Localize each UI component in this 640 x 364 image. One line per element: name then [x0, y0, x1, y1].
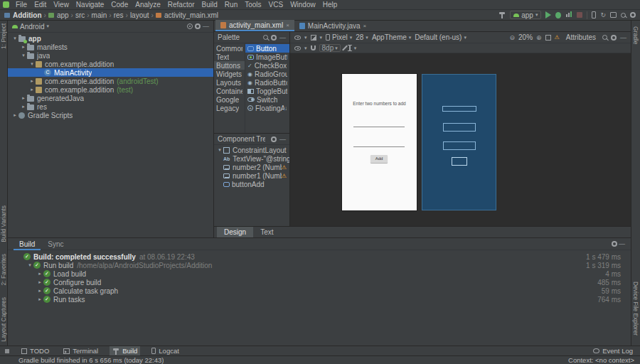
- toolwindow-build[interactable]: Build: [110, 346, 140, 356]
- tool-strip-layout-captures[interactable]: Layout Captures: [0, 297, 7, 341]
- editor-tab-activity-main[interactable]: activity_main.xml ×: [215, 20, 294, 31]
- settings-gear-icon[interactable]: [630, 12, 636, 18]
- tree-item-app[interactable]: ▾ app: [8, 34, 213, 43]
- device-selector[interactable]: Pixel▾: [326, 33, 352, 41]
- component-buttonadd[interactable]: buttonAdd: [214, 180, 289, 188]
- tool-strip-project[interactable]: 1: Project: [0, 23, 7, 49]
- menu-item-analyze[interactable]: Analyze: [132, 1, 164, 9]
- blueprint-edittext-number2[interactable]: [443, 141, 476, 150]
- build-tab[interactable]: Build: [14, 238, 41, 250]
- avd-manager-icon[interactable]: [592, 11, 596, 18]
- build-row-run-tasks[interactable]: ▸ ✓ Run tasks 764 ms: [16, 295, 631, 304]
- tab-text[interactable]: Text: [253, 227, 280, 238]
- chevron-expanded-icon[interactable]: ▾: [11, 36, 18, 41]
- menu-item-help[interactable]: Help: [319, 1, 341, 9]
- sync-tab[interactable]: Sync: [42, 238, 69, 250]
- blueprint-add-button[interactable]: [452, 157, 467, 166]
- breadcrumb-app[interactable]: app: [57, 11, 69, 19]
- design-preview[interactable]: Enter two numbers to add Add: [342, 74, 417, 210]
- palette-item-togglebutton[interactable]: ToggleButt...: [245, 87, 289, 95]
- breadcrumb-project[interactable]: Addition: [13, 11, 42, 19]
- gradle-sync-icon[interactable]: ↻: [600, 11, 606, 18]
- breadcrumb-src[interactable]: src: [75, 11, 85, 19]
- palette-item-switch[interactable]: Switch: [245, 95, 289, 104]
- tool-strip-device-file-explorer[interactable]: Device File Explorer: [632, 282, 639, 336]
- menu-item-code[interactable]: Code: [107, 1, 132, 9]
- autoconnect-magnet-icon[interactable]: [311, 46, 316, 50]
- tree-item-gradle-scripts[interactable]: ▸ Gradle Scripts: [8, 111, 213, 119]
- design-mode-icon[interactable]: [311, 35, 316, 41]
- panel-settings-icon[interactable]: [195, 23, 201, 29]
- chevron-collapsed-icon[interactable]: ▸: [28, 87, 36, 92]
- chevron-collapsed-icon[interactable]: ▸: [20, 44, 27, 50]
- menu-item-file[interactable]: File: [12, 1, 31, 9]
- search-icon[interactable]: [263, 35, 268, 40]
- locale-selector[interactable]: Default (en-us)▾: [415, 33, 466, 41]
- palette-category-containers[interactable]: Containers: [214, 87, 245, 95]
- preview-edittext-number2[interactable]: [353, 146, 405, 147]
- hide-panel-icon[interactable]: —: [620, 34, 626, 41]
- breadcrumb-layout[interactable]: layout: [130, 11, 149, 19]
- menu-item-view[interactable]: View: [50, 1, 73, 9]
- guideline-icon[interactable]: [349, 45, 351, 51]
- project-view-selector[interactable]: Android: [20, 23, 44, 31]
- panel-settings-icon[interactable]: [612, 241, 617, 247]
- palette-item-radiobutton[interactable]: ◉RadioButton: [245, 78, 289, 87]
- menu-item-tools[interactable]: Tools: [241, 1, 265, 9]
- hide-panel-icon[interactable]: —: [203, 23, 209, 30]
- build-row-configure-build[interactable]: ▸ ✓ Configure build 485 ms: [16, 278, 631, 287]
- infer-constraints-wand-icon[interactable]: [342, 46, 348, 51]
- palette-item-imagebutton[interactable]: ImageButt...: [245, 53, 289, 61]
- palette-category-common[interactable]: Common: [214, 44, 245, 53]
- preview-add-button[interactable]: Add: [370, 155, 388, 163]
- build-row-run-build[interactable]: ▾ ✓ Run build /home/alpa/AndroidStudioPr…: [16, 261, 631, 269]
- palette-item-fab[interactable]: FloatingAc...↓: [245, 104, 289, 112]
- component-number1[interactable]: number1 (Number (... ⚠: [214, 171, 289, 180]
- zoom-in-icon[interactable]: ⊕: [536, 34, 542, 41]
- download-icon[interactable]: ↓: [284, 105, 287, 112]
- view-options-icon[interactable]: [294, 36, 301, 40]
- blueprint-textview[interactable]: [442, 106, 476, 112]
- surface-select-icon[interactable]: [294, 46, 301, 50]
- panel-settings-icon[interactable]: [611, 35, 617, 41]
- tree-item-generatedjava[interactable]: ▸ generatedJava: [8, 94, 213, 102]
- tree-item-manifests[interactable]: ▸ manifests: [8, 43, 213, 51]
- breadcrumb-file[interactable]: activity_main.xml: [164, 11, 218, 19]
- palette-category-widgets[interactable]: Widgets: [214, 70, 245, 78]
- chevron-expanded-icon[interactable]: ▾: [28, 61, 36, 67]
- menu-item-navigate[interactable]: Navigate: [73, 1, 107, 9]
- build-row-load-build[interactable]: ▸ ✓ Load build 4 ms: [16, 269, 631, 278]
- warning-icon[interactable]: ⚠: [282, 164, 287, 171]
- component-textview[interactable]: Ab TextView-"@string/m...: [214, 154, 289, 163]
- close-icon[interactable]: ×: [286, 22, 289, 28]
- editor-tab-mainactivity[interactable]: MainActivity.java ×: [294, 20, 371, 31]
- palette-category-layouts[interactable]: Layouts: [214, 78, 245, 87]
- palette-category-buttons[interactable]: Buttons: [214, 61, 245, 70]
- chevron-expanded-icon[interactable]: ▾: [20, 53, 27, 58]
- tool-strip-gradle[interactable]: Gradle: [632, 26, 639, 45]
- blueprint-edittext-number1[interactable]: [443, 123, 476, 132]
- chevron-collapsed-icon[interactable]: ▸: [36, 271, 43, 277]
- tool-strip-build-variants[interactable]: Build Variants: [0, 205, 7, 242]
- palette-item-radiogroup[interactable]: ◉RadioGroup: [245, 70, 289, 78]
- tree-item-package-test[interactable]: ▸ com.example.addition (test): [8, 85, 213, 94]
- menu-item-edit[interactable]: Edit: [31, 1, 50, 9]
- palette-category-google[interactable]: Google: [214, 95, 245, 104]
- tree-item-java[interactable]: ▾ java: [8, 51, 213, 60]
- menu-item-vcs[interactable]: VCS: [265, 1, 287, 9]
- tool-strip-favorites[interactable]: 2: Favorites: [0, 254, 7, 285]
- menu-item-run[interactable]: Run: [221, 1, 241, 9]
- toolwindow-terminal[interactable]: Terminal: [60, 346, 101, 356]
- tree-item-mainactivity[interactable]: MainActivity: [8, 68, 213, 77]
- hide-panel-icon[interactable]: —: [279, 136, 286, 143]
- tree-item-package-androidtest[interactable]: ▸ com.example.addition (androidTest): [8, 77, 213, 85]
- chevron-collapsed-icon[interactable]: ▸: [20, 104, 27, 109]
- attributes-panel-toggle[interactable]: Attributes: [563, 33, 599, 41]
- tree-item-package[interactable]: ▾ com.example.addition: [8, 60, 213, 68]
- tree-item-res[interactable]: ▸ res: [8, 102, 213, 111]
- build-row-calculate-task-graph[interactable]: ▸ ✓ Calculate task graph 59 ms: [16, 287, 631, 295]
- api-level-selector[interactable]: 28▾: [356, 33, 368, 41]
- breadcrumb-res[interactable]: res: [114, 11, 124, 19]
- blueprint-preview[interactable]: [422, 74, 496, 210]
- warning-icon[interactable]: ⚠: [282, 173, 287, 179]
